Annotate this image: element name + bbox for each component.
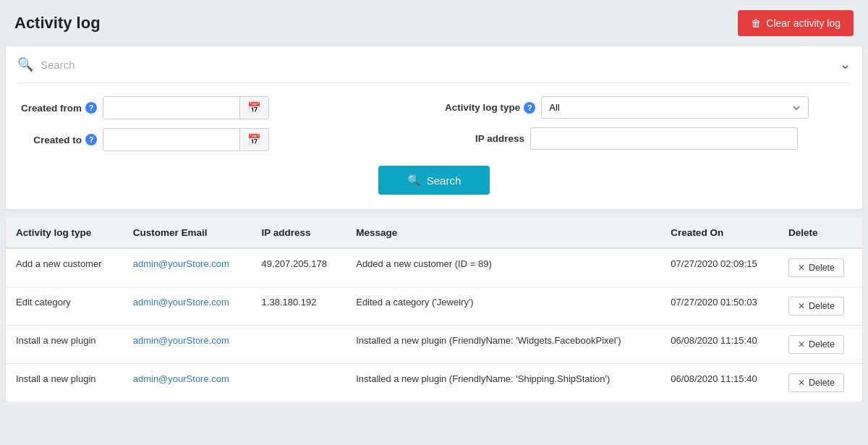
created-to-help-icon[interactable]: ?: [85, 134, 97, 145]
cell-ip: 1.38.180.192: [252, 287, 346, 326]
cell-message: Edited a category ('Jewelry'): [346, 287, 660, 326]
search-bar-left: 🔍 Search: [17, 56, 75, 72]
clear-activity-log-button[interactable]: 🗑 Clear activity log: [738, 10, 854, 36]
created-to-label: Created to ?: [17, 134, 97, 145]
x-icon: ✕: [798, 378, 805, 388]
cell-email: admin@yourStore.com: [123, 248, 252, 287]
created-to-input-wrap: 📅: [103, 128, 269, 151]
table-panel: Activity log type Customer Email IP addr…: [6, 218, 862, 402]
table-row: Edit category admin@yourStore.com 1.38.1…: [6, 287, 862, 326]
cell-delete: ✕ Delete: [778, 364, 862, 402]
clear-button-label: Clear activity log: [766, 17, 841, 29]
table-row: Install a new plugin admin@yourStore.com…: [6, 326, 862, 364]
email-link[interactable]: admin@yourStore.com: [133, 373, 229, 384]
search-bar[interactable]: 🔍 Search ⌄: [17, 46, 851, 83]
cell-ip: [252, 326, 346, 364]
calendar-icon: 📅: [247, 101, 261, 114]
cell-created-on: 07/27/2020 01:50:03: [660, 287, 778, 326]
calendar-icon-2: 📅: [247, 133, 261, 145]
email-link[interactable]: admin@yourStore.com: [133, 258, 229, 269]
col-header-created: Created On: [660, 218, 778, 248]
chevron-down-icon: ⌄: [840, 56, 851, 72]
table-body: Add a new customer admin@yourStore.com 4…: [6, 248, 862, 402]
col-header-delete: Delete: [778, 218, 862, 248]
cell-created-on: 07/27/2020 02:09:15: [660, 248, 778, 287]
email-link[interactable]: admin@yourStore.com: [133, 335, 229, 346]
created-to-input[interactable]: [103, 130, 239, 151]
filter-left: Created from ? 📅 Created to ?: [17, 96, 423, 151]
activity-log-type-help-icon[interactable]: ?: [524, 102, 535, 114]
cell-created-on: 06/08/2020 11:15:40: [660, 364, 778, 402]
cell-type: Install a new plugin: [6, 326, 123, 364]
x-icon: ✕: [798, 301, 805, 311]
trash-icon: 🗑: [751, 17, 761, 29]
delete-label: Delete: [809, 339, 835, 349]
delete-button[interactable]: ✕ Delete: [788, 258, 844, 277]
table-row: Install a new plugin admin@yourStore.com…: [6, 364, 862, 402]
cell-created-on: 06/08/2020 11:15:40: [660, 326, 778, 364]
created-from-input-wrap: 📅: [103, 96, 269, 119]
created-to-calendar-button[interactable]: 📅: [239, 129, 268, 151]
delete-button[interactable]: ✕ Delete: [788, 335, 844, 354]
col-header-message: Message: [346, 218, 660, 248]
search-panel: 🔍 Search ⌄ Created from ? 📅: [6, 46, 862, 209]
activity-log-type-select[interactable]: All Add a new customer Edit category Ins…: [541, 96, 809, 119]
cell-message: Added a new customer (ID = 89): [346, 248, 660, 287]
search-button-wrap: 🔍 Search: [17, 166, 851, 195]
delete-label: Delete: [809, 301, 835, 311]
search-button[interactable]: 🔍 Search: [378, 166, 490, 195]
table-header: Activity log type Customer Email IP addr…: [6, 218, 862, 248]
created-from-label: Created from ?: [17, 102, 97, 114]
cell-delete: ✕ Delete: [778, 287, 862, 326]
cell-email: admin@yourStore.com: [123, 287, 252, 326]
cell-type: Add a new customer: [6, 248, 123, 287]
email-link[interactable]: admin@yourStore.com: [133, 297, 229, 308]
created-from-input[interactable]: [103, 98, 239, 119]
search-btn-icon: 🔍: [407, 174, 421, 187]
cell-message: Installed a new plugin (FriendlyName: 'W…: [346, 326, 660, 364]
search-btn-label: Search: [427, 174, 461, 187]
ip-address-label: IP address: [445, 133, 524, 144]
activity-log-type-field: Activity log type ? All Add a new custom…: [445, 96, 851, 119]
ip-address-input[interactable]: [530, 127, 798, 150]
cell-type: Edit category: [6, 287, 123, 326]
created-to-field: Created to ? 📅: [17, 128, 423, 151]
filter-row: Created from ? 📅 Created to ?: [17, 96, 851, 151]
col-header-ip: IP address: [252, 218, 346, 248]
delete-button[interactable]: ✕ Delete: [788, 297, 844, 315]
created-from-calendar-button[interactable]: 📅: [239, 97, 268, 119]
delete-label: Delete: [809, 263, 835, 273]
created-from-field: Created from ? 📅: [17, 96, 423, 119]
cell-ip: 49.207.205.178: [252, 248, 346, 287]
search-bar-placeholder: Search: [41, 59, 75, 71]
filter-right: Activity log type ? All Add a new custom…: [445, 96, 851, 150]
col-header-email: Customer Email: [123, 218, 252, 248]
activity-log-type-label: Activity log type ?: [445, 102, 535, 114]
delete-label: Delete: [809, 378, 835, 388]
cell-type: Install a new plugin: [6, 364, 123, 402]
search-icon: 🔍: [17, 56, 33, 72]
table-row: Add a new customer admin@yourStore.com 4…: [6, 248, 862, 287]
activity-log-table: Activity log type Customer Email IP addr…: [6, 218, 862, 402]
page-header: Activity log 🗑 Clear activity log: [0, 0, 868, 46]
x-icon: ✕: [798, 263, 805, 273]
cell-ip: [252, 364, 346, 402]
cell-message: Installed a new plugin (FriendlyName: 'S…: [346, 364, 660, 402]
cell-delete: ✕ Delete: [778, 248, 862, 287]
delete-button[interactable]: ✕ Delete: [788, 373, 844, 392]
cell-email: admin@yourStore.com: [123, 364, 252, 402]
x-icon: ✕: [798, 339, 805, 349]
page-title: Activity log: [14, 14, 101, 33]
created-from-help-icon[interactable]: ?: [85, 102, 97, 114]
cell-email: admin@yourStore.com: [123, 326, 252, 364]
col-header-type: Activity log type: [6, 218, 123, 248]
cell-delete: ✕ Delete: [778, 326, 862, 364]
ip-address-field: IP address: [445, 127, 851, 150]
